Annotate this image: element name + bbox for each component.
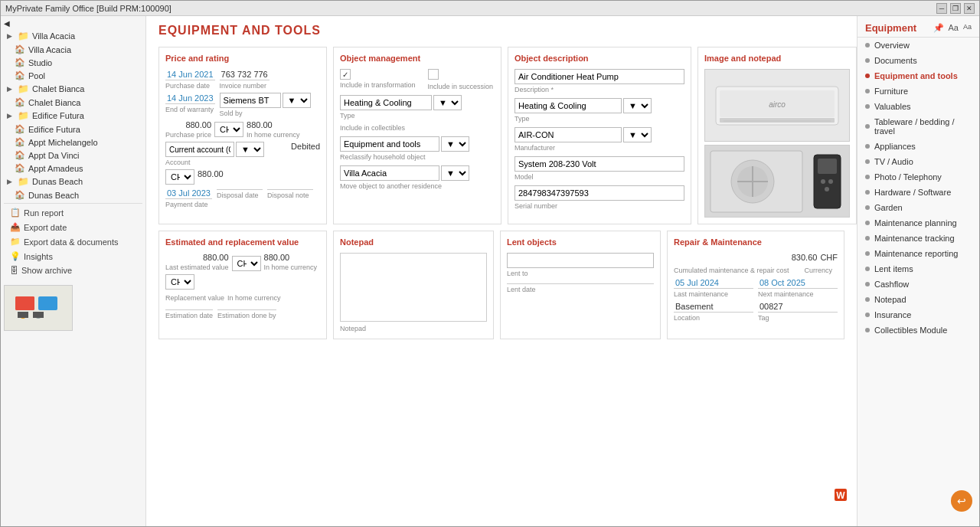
price-rating-title: Price and rating — [165, 54, 320, 63]
nav-back-button[interactable]: ↩ — [951, 490, 972, 512]
sold-by-label: Sold by — [220, 110, 320, 117]
right-menu-item-hardware-software[interactable]: Hardware / Software — [858, 185, 979, 200]
debited-group: Debited — [291, 142, 320, 166]
currency2-select[interactable]: CHF — [165, 169, 194, 185]
sidebar-group-chalet[interactable]: ▶ 📁 Chalet Bianca — [4, 82, 142, 96]
insights-action[interactable]: 💡 Insights — [4, 249, 142, 264]
include-succession-checkbox[interactable] — [428, 69, 439, 80]
notepad-textarea[interactable] — [340, 253, 487, 322]
pin-icon[interactable]: 📌 — [933, 23, 944, 33]
menu-item-label: Maintenance planning — [874, 218, 957, 227]
right-menu-item-documents[interactable]: Documents — [858, 53, 979, 68]
right-menu-item-cashflow[interactable]: Cashflow — [858, 277, 979, 292]
titlebar: MyPrivate Family Office [Build PRM:10009… — [1, 1, 979, 16]
last-estimated-row: 880.00 Last estimated value CHF 880.00 I… — [165, 253, 320, 271]
right-menu-item-collectibles[interactable]: Collectibles Module — [858, 322, 979, 338]
move-object-input[interactable] — [340, 165, 439, 181]
replacement-currency-select[interactable]: CHF — [165, 274, 194, 290]
menu-bullet — [865, 267, 870, 271]
sidebar-item-dunas-beach[interactable]: 🏠 Dunas Beach — [4, 188, 142, 201]
type-input[interactable] — [340, 95, 432, 110]
minimize-button[interactable]: ─ — [936, 3, 947, 14]
sidebar-item-appt-michelangelo[interactable]: 🏠 Appt Michelangelo — [4, 136, 142, 149]
run-report-action[interactable]: 📋 Run report — [4, 205, 142, 220]
reclassify-input[interactable] — [340, 136, 439, 152]
sidebar-item-label: Appt Da Vinci — [28, 151, 79, 160]
cumulated-currency-value: CHF — [820, 253, 838, 262]
payment-date-value: 03 Jul 2023 — [165, 188, 212, 199]
right-menu-item-overview[interactable]: Overview — [858, 38, 979, 53]
sidebar-item-chalet-bianca[interactable]: 🏠 Chalet Bianca — [4, 96, 142, 109]
description-input[interactable] — [514, 69, 684, 84]
move-object-label: Move object to another residence — [340, 182, 495, 190]
model-input[interactable] — [514, 156, 684, 172]
menu-item-label: Insurance — [874, 310, 911, 319]
right-menu-item-equipment-tools[interactable]: Equipment and tools — [858, 68, 979, 83]
sidebar-item-pool[interactable]: 🏠 Pool — [4, 69, 142, 82]
sidebar-group-villa-acacia[interactable]: ▶ 📁 Villa Acacia — [4, 29, 142, 43]
sidebar-item-appt-da-vinci[interactable]: 🏠 Appt Da Vinci — [4, 149, 142, 162]
estimated-value-section: Estimated and replacement value 880.00 L… — [158, 231, 327, 339]
sidebar-group-dunas[interactable]: ▶ 📁 Dunas Beach — [4, 175, 142, 188]
manufacturer-input[interactable] — [514, 127, 622, 142]
restore-button[interactable]: ❐ — [950, 3, 961, 14]
est-currency-select[interactable]: CHF — [232, 256, 261, 271]
currency-select[interactable]: CHF — [214, 122, 243, 137]
include-collectibles-label: Include in collectibles — [340, 124, 495, 132]
folder-icon: 📁 — [18, 31, 29, 41]
type-select[interactable]: ▼ — [433, 95, 462, 110]
right-menu-item-maintenance-reporting[interactable]: Maintenance reporting — [858, 246, 979, 261]
include-transformation-checkbox[interactable] — [340, 69, 351, 80]
sidebar-item-studio[interactable]: 🏠 Studio — [4, 56, 142, 69]
right-menu-item-furniture[interactable]: Furniture — [858, 83, 979, 99]
right-menu-item-maintenance-planning[interactable]: Maintenance planning — [858, 215, 979, 231]
menu-bullet — [865, 58, 870, 63]
menu-item-label: Overview — [874, 41, 910, 50]
sold-by-select[interactable]: ▼ — [283, 93, 311, 108]
right-menu-item-lent-items[interactable]: Lent items — [858, 261, 979, 277]
disposal-note-label: Disposal note — [267, 191, 313, 199]
expand-icon: ▶ — [7, 85, 15, 93]
debited-amount: 880.00 — [198, 169, 224, 185]
run-report-icon: 📋 — [10, 208, 21, 218]
lent-to-input[interactable] — [507, 253, 654, 268]
right-menu-item-valuables[interactable]: Valuables — [858, 99, 979, 114]
right-menu-item-maintenance-tracking[interactable]: Maintenance tracking — [858, 231, 979, 246]
right-menu-item-photo-telephony[interactable]: Photo / Telephony — [858, 169, 979, 185]
menu-item-label: Hardware / Software — [874, 188, 951, 197]
show-archive-action[interactable]: 🗄 Show archive — [4, 264, 142, 277]
cumulated-currency-group: CHF — [820, 253, 838, 262]
right-menu-item-tableware[interactable]: Tableware / bedding / travel — [858, 114, 979, 139]
right-sidebar-actions: 📌 Aa Aa — [933, 23, 972, 33]
maintenance-dates-row: 05 Jul 2024 Last maintenance 08 Oct 2025… — [674, 277, 838, 298]
close-button[interactable]: ✕ — [964, 3, 975, 14]
sold-by-input[interactable] — [220, 93, 281, 108]
reclassify-select[interactable]: ▼ — [441, 136, 469, 152]
sidebar-item-villa-acacia[interactable]: 🏠 Villa Acacia — [4, 43, 142, 56]
sidebar-item-edifice-futura[interactable]: 🏠 Edifice Futura — [4, 123, 142, 136]
sidebar-toggle[interactable]: ◀ — [4, 18, 142, 29]
manufacturer-select[interactable]: ▼ — [623, 127, 652, 142]
account-select[interactable]: ▼ — [236, 142, 264, 157]
right-menu-item-insurance[interactable]: Insurance — [858, 307, 979, 322]
next-maintenance-label: Next maintenance — [758, 290, 838, 298]
export-data-action[interactable]: 📁 Export data & documents — [4, 234, 142, 249]
menu-bullet — [865, 251, 870, 256]
right-menu-item-garden[interactable]: Garden — [858, 200, 979, 215]
obj-type-select[interactable]: ▼ — [623, 98, 652, 113]
export-date-action[interactable]: 📤 Export date — [4, 220, 142, 234]
sidebar-group-edifice[interactable]: ▶ 📁 Edifice Futura — [4, 109, 142, 123]
menu-item-label: Garden — [874, 203, 903, 212]
move-object-select[interactable]: ▼ — [441, 165, 469, 181]
right-menu-item-tv-audio[interactable]: TV / Audio — [858, 154, 979, 169]
right-menu-item-notepad[interactable]: Notepad — [858, 292, 979, 307]
last-estimated-value: 880.00 — [165, 253, 229, 262]
obj-type-input[interactable] — [514, 98, 622, 113]
text-size-small[interactable]: Aa — [963, 23, 972, 33]
include-transformation-group: Include in transformation — [340, 69, 416, 90]
serial-input[interactable] — [514, 185, 684, 201]
sidebar-item-appt-amadeus[interactable]: 🏠 Appt Amadeus — [4, 162, 142, 175]
house-icon: 🏠 — [15, 137, 25, 147]
account-input[interactable] — [165, 142, 234, 157]
right-menu-item-appliances[interactable]: Appliances — [858, 139, 979, 154]
